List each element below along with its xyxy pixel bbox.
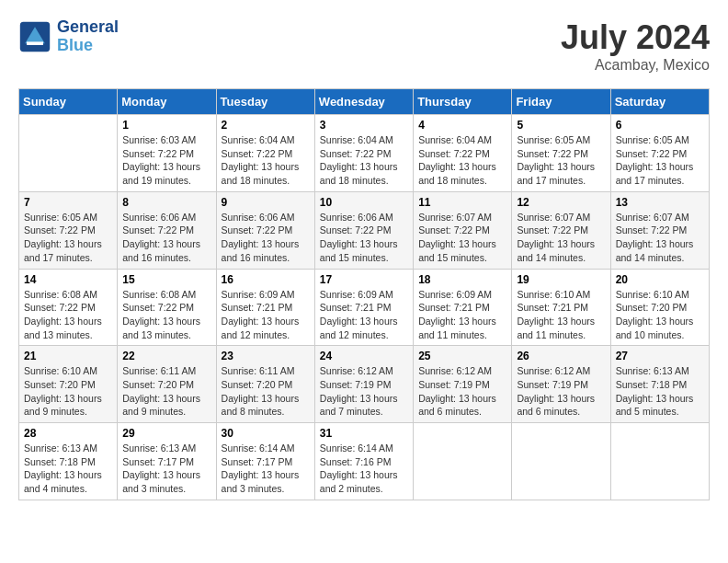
day-info: Sunrise: 6:08 AMSunset: 7:22 PMDaylight:… <box>122 288 210 342</box>
day-info: Sunrise: 6:05 AMSunset: 7:22 PMDaylight:… <box>517 133 605 188</box>
day-number: 19 <box>517 273 605 286</box>
day-info: Sunrise: 6:09 AMSunset: 7:21 PMDaylight:… <box>222 288 310 342</box>
day-number: 3 <box>320 119 408 132</box>
day-info: Sunrise: 6:08 AMSunset: 7:22 PMDaylight:… <box>24 288 112 342</box>
logo-text: General Blue <box>57 18 119 55</box>
calendar-cell: 14Sunrise: 6:08 AMSunset: 7:22 PMDayligh… <box>19 269 118 346</box>
day-number: 16 <box>222 273 310 286</box>
calendar-cell: 4Sunrise: 6:04 AMSunset: 7:22 PMDaylight… <box>414 115 512 192</box>
calendar-week-row: 7Sunrise: 6:05 AMSunset: 7:22 PMDaylight… <box>19 191 710 269</box>
day-info: Sunrise: 6:07 AMSunset: 7:22 PMDaylight:… <box>418 211 506 265</box>
calendar-cell: 15Sunrise: 6:08 AMSunset: 7:22 PMDayligh… <box>118 269 216 346</box>
day-number: 27 <box>616 350 704 362</box>
calendar-cell: 2Sunrise: 6:04 AMSunset: 7:22 PMDaylight… <box>216 115 314 192</box>
day-info: Sunrise: 6:13 AMSunset: 7:18 PMDaylight:… <box>616 364 704 419</box>
month-year-title: July 2024 <box>561 18 710 57</box>
calendar-cell <box>19 115 118 192</box>
day-info: Sunrise: 6:11 AMSunset: 7:20 PMDaylight:… <box>122 364 210 419</box>
calendar-cell: 22Sunrise: 6:11 AMSunset: 7:20 PMDayligh… <box>118 346 216 423</box>
calendar-week-row: 1Sunrise: 6:03 AMSunset: 7:22 PMDaylight… <box>19 115 710 192</box>
day-number: 31 <box>320 427 408 440</box>
calendar-cell: 12Sunrise: 6:07 AMSunset: 7:22 PMDayligh… <box>512 191 610 269</box>
day-info: Sunrise: 6:06 AMSunset: 7:22 PMDaylight:… <box>122 211 210 265</box>
day-number: 21 <box>24 350 112 362</box>
title-block: July 2024 Acambay, Mexico <box>561 18 710 74</box>
day-number: 18 <box>418 273 506 286</box>
day-info: Sunrise: 6:10 AMSunset: 7:21 PMDaylight:… <box>517 288 605 342</box>
day-number: 14 <box>24 273 112 286</box>
calendar-cell <box>610 423 709 500</box>
calendar-cell: 5Sunrise: 6:05 AMSunset: 7:22 PMDaylight… <box>512 115 610 192</box>
day-number: 13 <box>616 196 704 209</box>
day-number: 26 <box>517 350 605 362</box>
day-info: Sunrise: 6:06 AMSunset: 7:22 PMDaylight:… <box>222 211 310 265</box>
calendar-week-row: 14Sunrise: 6:08 AMSunset: 7:22 PMDayligh… <box>19 269 710 346</box>
calendar-cell: 28Sunrise: 6:13 AMSunset: 7:18 PMDayligh… <box>19 423 118 500</box>
calendar-cell: 25Sunrise: 6:12 AMSunset: 7:19 PMDayligh… <box>414 346 512 423</box>
day-info: Sunrise: 6:07 AMSunset: 7:22 PMDaylight:… <box>517 211 605 265</box>
calendar-cell: 7Sunrise: 6:05 AMSunset: 7:22 PMDaylight… <box>19 191 118 269</box>
day-number: 25 <box>418 350 506 362</box>
day-number: 2 <box>222 119 310 132</box>
day-number: 11 <box>418 196 506 209</box>
calendar-cell: 13Sunrise: 6:07 AMSunset: 7:22 PMDayligh… <box>610 191 709 269</box>
calendar-cell: 8Sunrise: 6:06 AMSunset: 7:22 PMDaylight… <box>118 191 216 269</box>
calendar-cell: 17Sunrise: 6:09 AMSunset: 7:21 PMDayligh… <box>314 269 413 346</box>
day-number: 1 <box>122 119 210 132</box>
day-of-week-header: Monday <box>118 89 216 115</box>
logo: General Blue <box>18 18 119 55</box>
page-header: General Blue July 2024 Acambay, Mexico <box>18 18 710 74</box>
day-number: 17 <box>320 273 408 286</box>
calendar-cell: 30Sunrise: 6:14 AMSunset: 7:17 PMDayligh… <box>216 423 314 500</box>
day-number: 5 <box>517 119 605 132</box>
calendar-week-row: 28Sunrise: 6:13 AMSunset: 7:18 PMDayligh… <box>19 423 710 500</box>
day-number: 10 <box>320 196 408 209</box>
day-number: 22 <box>122 350 210 362</box>
day-of-week-header: Thursday <box>414 89 512 115</box>
calendar-header-row: SundayMondayTuesdayWednesdayThursdayFrid… <box>19 89 710 115</box>
day-of-week-header: Saturday <box>610 89 709 115</box>
day-number: 20 <box>616 273 704 286</box>
day-info: Sunrise: 6:11 AMSunset: 7:20 PMDaylight:… <box>222 364 310 419</box>
calendar-cell: 29Sunrise: 6:13 AMSunset: 7:17 PMDayligh… <box>118 423 216 500</box>
day-info: Sunrise: 6:04 AMSunset: 7:22 PMDaylight:… <box>418 133 506 188</box>
calendar-cell: 9Sunrise: 6:06 AMSunset: 7:22 PMDaylight… <box>216 191 314 269</box>
day-info: Sunrise: 6:04 AMSunset: 7:22 PMDaylight:… <box>320 133 408 188</box>
calendar-cell: 26Sunrise: 6:12 AMSunset: 7:19 PMDayligh… <box>512 346 610 423</box>
day-number: 4 <box>418 119 506 132</box>
calendar-cell: 16Sunrise: 6:09 AMSunset: 7:21 PMDayligh… <box>216 269 314 346</box>
calendar-cell: 10Sunrise: 6:06 AMSunset: 7:22 PMDayligh… <box>314 191 413 269</box>
day-info: Sunrise: 6:12 AMSunset: 7:19 PMDaylight:… <box>517 364 605 419</box>
day-info: Sunrise: 6:12 AMSunset: 7:19 PMDaylight:… <box>320 364 408 419</box>
calendar-cell: 6Sunrise: 6:05 AMSunset: 7:22 PMDaylight… <box>610 115 709 192</box>
day-info: Sunrise: 6:03 AMSunset: 7:22 PMDaylight:… <box>122 133 210 188</box>
calendar-cell: 24Sunrise: 6:12 AMSunset: 7:19 PMDayligh… <box>314 346 413 423</box>
day-of-week-header: Sunday <box>19 89 118 115</box>
day-info: Sunrise: 6:13 AMSunset: 7:17 PMDaylight:… <box>122 442 210 496</box>
day-info: Sunrise: 6:10 AMSunset: 7:20 PMDaylight:… <box>616 288 704 342</box>
day-of-week-header: Friday <box>512 89 610 115</box>
day-number: 30 <box>222 427 310 440</box>
day-info: Sunrise: 6:04 AMSunset: 7:22 PMDaylight:… <box>222 133 310 188</box>
day-of-week-header: Tuesday <box>216 89 314 115</box>
day-number: 15 <box>122 273 210 286</box>
day-number: 24 <box>320 350 408 362</box>
calendar-cell: 19Sunrise: 6:10 AMSunset: 7:21 PMDayligh… <box>512 269 610 346</box>
calendar-cell: 23Sunrise: 6:11 AMSunset: 7:20 PMDayligh… <box>216 346 314 423</box>
day-number: 29 <box>122 427 210 440</box>
calendar-cell: 20Sunrise: 6:10 AMSunset: 7:20 PMDayligh… <box>610 269 709 346</box>
calendar-cell: 27Sunrise: 6:13 AMSunset: 7:18 PMDayligh… <box>610 346 709 423</box>
calendar-cell: 11Sunrise: 6:07 AMSunset: 7:22 PMDayligh… <box>414 191 512 269</box>
calendar-cell: 3Sunrise: 6:04 AMSunset: 7:22 PMDaylight… <box>314 115 413 192</box>
location-subtitle: Acambay, Mexico <box>561 57 710 74</box>
day-info: Sunrise: 6:10 AMSunset: 7:20 PMDaylight:… <box>24 364 112 419</box>
day-info: Sunrise: 6:13 AMSunset: 7:18 PMDaylight:… <box>24 442 112 496</box>
day-info: Sunrise: 6:07 AMSunset: 7:22 PMDaylight:… <box>616 211 704 265</box>
day-number: 23 <box>222 350 310 362</box>
day-number: 28 <box>24 427 112 440</box>
day-of-week-header: Wednesday <box>314 89 413 115</box>
calendar-cell <box>512 423 610 500</box>
day-info: Sunrise: 6:14 AMSunset: 7:16 PMDaylight:… <box>320 442 408 496</box>
calendar-week-row: 21Sunrise: 6:10 AMSunset: 7:20 PMDayligh… <box>19 346 710 423</box>
calendar-table: SundayMondayTuesdayWednesdayThursdayFrid… <box>18 88 710 500</box>
